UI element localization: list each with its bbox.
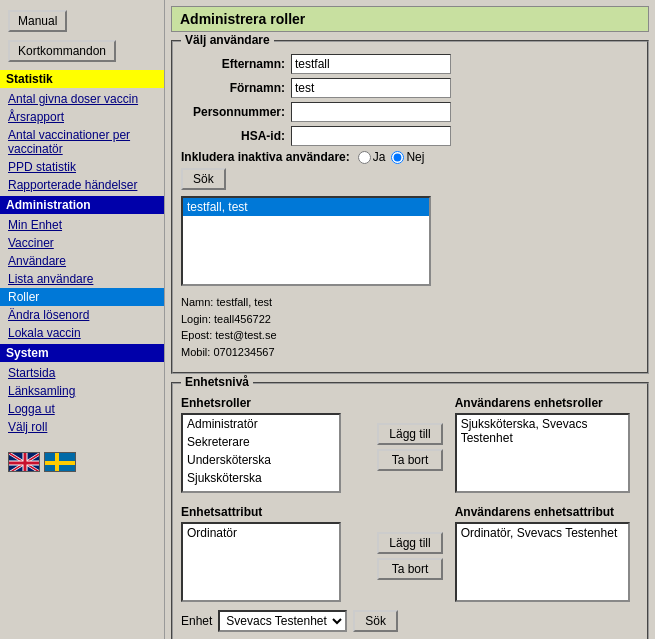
svg-rect-11 <box>45 461 76 465</box>
user-namn: Namn: testfall, test <box>181 294 639 311</box>
personnummer-label: Personnummer: <box>181 105 291 119</box>
sidebar-item-lokala-vaccin[interactable]: Lokala vaccin <box>0 324 164 342</box>
efternamn-row: Efternamn: <box>181 54 639 74</box>
sidebar-item-anvandare[interactable]: Användare <box>0 252 164 270</box>
radio-nej-label: Nej <box>406 150 424 164</box>
efternamn-input[interactable] <box>291 54 451 74</box>
enhetsroller-col: Enhetsroller Administratör Sekreterare U… <box>181 396 365 497</box>
enhet-row: Enhet Svevacs Testenhet Sök <box>181 606 639 636</box>
user-info: Namn: testfall, test Login: teall456722 … <box>181 290 639 364</box>
sidebar-item-antal-doser[interactable]: Antal givna doser vaccin <box>0 90 164 108</box>
enhetsroller-item-admin[interactable]: Administratör <box>183 415 339 433</box>
valj-anvandare-section: Välj användare Efternamn: Förnamn: Perso… <box>171 40 649 374</box>
enhetsattribut-col: Enhetsattribut Ordinatör <box>181 505 365 606</box>
sidebar-item-lanksamling[interactable]: Länksamling <box>0 382 164 400</box>
anvandare-enhetsroller-item-0[interactable]: Sjuksköterska, Svevacs Testenhet <box>457 415 628 447</box>
enhet-select[interactable]: Svevacs Testenhet <box>218 610 347 632</box>
anvandare-enhetsattribut-listbox[interactable]: Ordinatör, Svevacs Testenhet <box>455 522 630 602</box>
radio-ja-input[interactable] <box>358 151 371 164</box>
radio-nej-option: Nej <box>391 150 424 164</box>
search-button[interactable]: Sök <box>181 168 226 190</box>
enhetsroller-label: Enhetsroller <box>181 396 365 410</box>
fornamn-input[interactable] <box>291 78 451 98</box>
sidebar-item-logga-ut[interactable]: Logga ut <box>0 400 164 418</box>
enhetsroller-item-sek[interactable]: Sekreterare <box>183 433 339 451</box>
hsa-id-label: HSA-id: <box>181 129 291 143</box>
language-flags <box>0 444 164 480</box>
personnummer-row: Personnummer: <box>181 102 639 122</box>
anvandare-enhetsattribut-col: Användarens enhetsattribut Ordinatör, Sv… <box>455 505 639 606</box>
fornamn-row: Förnamn: <box>181 78 639 98</box>
include-inactive-label: Inkludera inaktiva användare: <box>181 150 350 164</box>
flag-se[interactable] <box>44 452 76 472</box>
radio-ja-label: Ja <box>373 150 386 164</box>
sidebar-item-lista-anvandare[interactable]: Lista användare <box>0 270 164 288</box>
statistik-section-header: Statistik <box>0 70 164 88</box>
personnummer-input[interactable] <box>291 102 451 122</box>
ta-bort-roller-button[interactable]: Ta bort <box>377 449 442 471</box>
sidebar-item-min-enhet[interactable]: Min Enhet <box>0 216 164 234</box>
sidebar-item-ppd[interactable]: PPD statistik <box>0 158 164 176</box>
enhetsattribut-listbox[interactable]: Ordinatör <box>181 522 341 602</box>
manual-button[interactable]: Manual <box>8 10 67 32</box>
page-title: Administrera roller <box>171 6 649 32</box>
enhetsroller-listbox[interactable]: Administratör Sekreterare Undersköterska… <box>181 413 341 493</box>
enhetsniva-title: Enhetsnivå <box>181 375 253 389</box>
sidebar-item-andra-losenord[interactable]: Ändra lösenord <box>0 306 164 324</box>
enhet-label: Enhet <box>181 614 212 628</box>
user-mobil: Mobil: 0701234567 <box>181 344 639 361</box>
include-inactive-radios: Ja Nej <box>358 150 425 164</box>
shortcuts-button[interactable]: Kortkommandon <box>8 40 116 62</box>
fornamn-label: Förnamn: <box>181 81 291 95</box>
flag-uk[interactable] <box>8 452 40 472</box>
lagg-till-attrib-button[interactable]: Lägg till <box>377 532 442 554</box>
include-inactive-row: Inkludera inaktiva användare: Ja Nej <box>181 150 639 164</box>
enhetsattribut-row: Enhetsattribut Ordinatör Lägg till Ta bo… <box>181 505 639 606</box>
sidebar-item-arsrapport[interactable]: Årsrapport <box>0 108 164 126</box>
enhetsroller-item-under[interactable]: Undersköterska <box>183 451 339 469</box>
system-section-header: System <box>0 344 164 362</box>
main-content: Administrera roller Välj användare Efter… <box>165 0 655 639</box>
radio-nej-input[interactable] <box>391 151 404 164</box>
sidebar-item-vacciner[interactable]: Vacciner <box>0 234 164 252</box>
hsa-id-row: HSA-id: <box>181 126 639 146</box>
enhetsroller-row: Enhetsroller Administratör Sekreterare U… <box>181 396 639 497</box>
roller-btn-col: Lägg till Ta bort <box>373 396 446 497</box>
attrib-btn-col: Lägg till Ta bort <box>373 505 446 606</box>
sidebar: Manual Kortkommandon Statistik Antal giv… <box>0 0 165 639</box>
efternamn-label: Efternamn: <box>181 57 291 71</box>
listbox-item-testfall[interactable]: testfall, test <box>183 198 429 216</box>
administration-section-header: Administration <box>0 196 164 214</box>
sidebar-item-rapport[interactable]: Rapporterade händelser <box>0 176 164 194</box>
ta-bort-attrib-button[interactable]: Ta bort <box>377 558 442 580</box>
enhetsroller-item-lak[interactable]: Läkare <box>183 487 339 493</box>
enhet-search-button[interactable]: Sök <box>353 610 398 632</box>
search-results-listbox[interactable]: testfall, test <box>181 196 431 286</box>
anvandare-enhetsroller-listbox[interactable]: Sjuksköterska, Svevacs Testenhet <box>455 413 630 493</box>
sidebar-item-roller[interactable]: Roller <box>0 288 164 306</box>
enhetsattribut-item-0[interactable]: Ordinatör <box>183 524 339 542</box>
enhetsattribut-label: Enhetsattribut <box>181 505 365 519</box>
anvandare-enhetsroller-col: Användarens enhetsroller Sjuksköterska, … <box>455 396 639 497</box>
anvandare-enhetsroller-label: Användarens enhetsroller <box>455 396 639 410</box>
anvandare-enhetsattribut-item-0[interactable]: Ordinatör, Svevacs Testenhet <box>457 524 628 542</box>
radio-ja-option: Ja <box>358 150 386 164</box>
sidebar-item-antal-vacc[interactable]: Antal vaccinationer per vaccinatör <box>0 126 164 158</box>
enhetsroller-item-sjuk[interactable]: Sjuksköterska <box>183 469 339 487</box>
valj-anvandare-title: Välj användare <box>181 33 274 47</box>
hsa-id-input[interactable] <box>291 126 451 146</box>
user-login: Login: teall456722 <box>181 311 639 328</box>
sidebar-item-valj-roll[interactable]: Välj roll <box>0 418 164 436</box>
enhetsniva-section: Enhetsnivå Enhetsroller Administratör Se… <box>171 382 649 639</box>
anvandare-enhetsattribut-label: Användarens enhetsattribut <box>455 505 639 519</box>
lagg-till-roller-button[interactable]: Lägg till <box>377 423 442 445</box>
sidebar-item-startsida[interactable]: Startsida <box>0 364 164 382</box>
user-epost: Epost: test@test.se <box>181 327 639 344</box>
